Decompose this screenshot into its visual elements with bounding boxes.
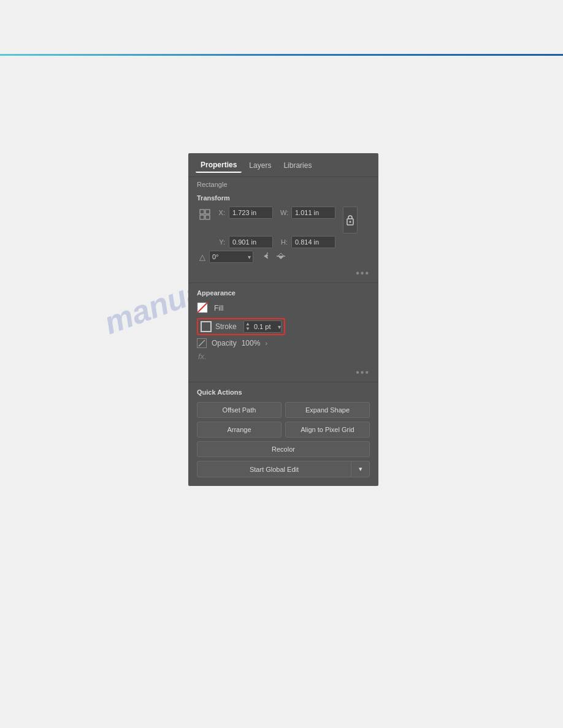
x-label: X: (218, 209, 226, 216)
lock-proportions-button[interactable] (343, 207, 358, 233)
transform-section: X: W: Y: (188, 204, 378, 267)
divider-1 (188, 282, 378, 283)
expand-shape-button[interactable]: Expand Shape (285, 402, 370, 418)
svg-rect-2 (200, 215, 204, 219)
opacity-label: Opacity (212, 339, 237, 347)
stroke-highlight-box: Stroke ▲ ▼ 0.1 pt ▾ (197, 318, 285, 335)
fill-icon (197, 302, 209, 314)
flip-horizontal-icon[interactable] (262, 251, 273, 263)
panel-tabs: Properties Layers Libraries (188, 153, 378, 177)
w-input[interactable] (291, 207, 335, 219)
svg-point-5 (350, 221, 351, 223)
w-label: W: (280, 209, 289, 216)
align-pixel-grid-button[interactable]: Align to Pixel Grid (285, 422, 370, 438)
quick-actions-section: Quick Actions Offset Path Expand Shape A… (188, 385, 378, 481)
opacity-expand-arrow[interactable]: › (265, 339, 267, 347)
transform-section-label: Transform (188, 191, 378, 204)
h-label: H: (280, 238, 289, 246)
stroke-down-arrow[interactable]: ▼ (245, 327, 250, 332)
opacity-value: 100% (242, 339, 261, 347)
angle-dropdown[interactable]: ▾ (246, 254, 253, 260)
arrange-button[interactable]: Arrange (197, 422, 282, 438)
flip-vertical-icon[interactable] (275, 251, 286, 263)
tab-layers[interactable]: Layers (244, 159, 276, 172)
flip-icons (262, 251, 286, 263)
opacity-row: Opacity 100% › (197, 337, 370, 349)
quick-actions-label: Quick Actions (197, 389, 370, 400)
divider-2 (188, 382, 378, 382)
y-input[interactable] (229, 236, 273, 248)
stroke-value: 0.1 pt (251, 323, 278, 330)
svg-line-8 (199, 340, 205, 346)
h-input[interactable] (291, 236, 335, 248)
fill-row: Fill (197, 300, 370, 316)
stroke-spinners[interactable]: ▲ ▼ (244, 322, 251, 332)
quick-actions-grid: Offset Path Expand Shape Arrange Align t… (197, 402, 370, 438)
properties-panel: Properties Layers Libraries Rectangle Tr… (188, 153, 378, 486)
recolor-button[interactable]: Recolor (197, 441, 370, 457)
svg-rect-0 (200, 210, 204, 214)
grid-icon (197, 207, 214, 224)
appearance-section-label: Appearance (197, 289, 370, 300)
x-input[interactable] (229, 207, 273, 219)
opacity-checkbox[interactable] (197, 338, 207, 348)
stroke-value-wrap: ▲ ▼ 0.1 pt ▾ (243, 320, 282, 333)
offset-path-button[interactable]: Offset Path (197, 402, 282, 418)
chevron-down-icon: ▾ (359, 465, 362, 473)
y-label: Y: (218, 238, 226, 246)
appearance-section: Appearance Fill Stroke ▲ (188, 286, 378, 366)
top-gradient-bar (0, 54, 563, 56)
svg-rect-3 (205, 215, 210, 219)
tab-properties[interactable]: Properties (196, 158, 242, 173)
appearance-more-button[interactable]: ••• (188, 366, 378, 379)
fx-label: fx. (197, 349, 370, 362)
stroke-label: Stroke (215, 322, 240, 331)
fill-label: Fill (214, 304, 370, 313)
tab-libraries[interactable]: Libraries (278, 159, 316, 172)
angle-row: △ 0° ▾ (197, 251, 370, 263)
start-global-row: Start Global Edit ▾ (197, 461, 370, 477)
angle-icon: △ (199, 252, 205, 262)
stroke-dropdown[interactable]: ▾ (278, 324, 281, 330)
angle-input-wrap: 0° ▾ (209, 251, 253, 263)
svg-rect-1 (205, 210, 210, 214)
transform-more-button[interactable]: ••• (188, 267, 378, 280)
start-global-dropdown-button[interactable]: ▾ (351, 461, 370, 477)
object-type-label: Rectangle (188, 177, 378, 191)
angle-value: 0° (210, 253, 246, 260)
start-global-edit-button[interactable]: Start Global Edit (197, 461, 351, 477)
stroke-icon (201, 321, 212, 332)
